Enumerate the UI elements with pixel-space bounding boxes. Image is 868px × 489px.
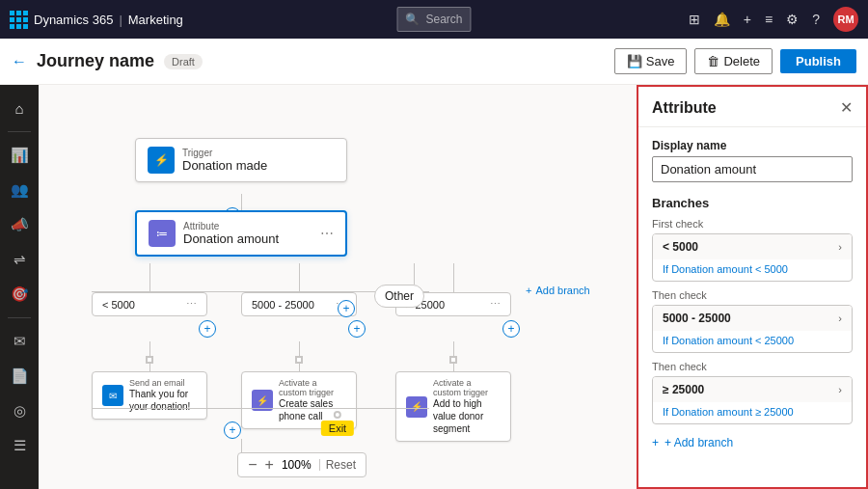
display-name-label: Display name bbox=[652, 139, 853, 152]
panel-close-button[interactable]: ✕ bbox=[840, 98, 853, 117]
first-check-label: First check bbox=[652, 218, 853, 230]
branch-item-1[interactable]: < 5000 › If Donation amount < 5000 bbox=[652, 233, 853, 282]
exit-badge: Exit bbox=[321, 421, 354, 436]
status-badge: Draft bbox=[164, 54, 203, 69]
branch-item-3[interactable]: ≥ 25000 › If Donation amount ≥ 25000 bbox=[652, 376, 853, 424]
sidebar-item-marketing[interactable]: 📣 bbox=[4, 209, 35, 240]
delete-button[interactable]: 🗑 Delete bbox=[694, 48, 773, 74]
branch-v-2c bbox=[299, 364, 300, 371]
branch-item-2[interactable]: 5000 - 25000 › If Donation amount < 2500… bbox=[652, 305, 853, 353]
display-name-input[interactable] bbox=[652, 156, 853, 182]
sidebar-item-target[interactable]: 🎯 bbox=[4, 279, 35, 310]
main-layout: ⌂ 📊 👥 📣 ⇌ 🎯 ✉ 📄 ◎ ☰ ⚡ Trigger Donation m… bbox=[0, 85, 868, 489]
branch-more-3[interactable]: ⋯ bbox=[490, 298, 501, 311]
settings-icon[interactable]: ⚙ bbox=[786, 12, 799, 27]
exit-circle bbox=[334, 411, 341, 419]
publish-button[interactable]: Publish bbox=[780, 49, 856, 73]
save-icon: 💾 bbox=[627, 54, 642, 68]
brand-grid-icon bbox=[10, 11, 28, 29]
sidebar-item-analytics[interactable]: 📊 bbox=[4, 140, 35, 171]
add-step-2[interactable]: + bbox=[199, 320, 216, 338]
branch-circle-1 bbox=[146, 356, 153, 364]
action-node-1[interactable]: ✉ Send an email Thank you for your donat… bbox=[92, 371, 207, 420]
branch-item-2-header[interactable]: 5000 - 25000 › bbox=[653, 306, 852, 331]
panel-title: Attribute bbox=[652, 99, 717, 117]
sidebar-item-flow[interactable]: ⇌ bbox=[4, 244, 35, 275]
branch-item-3-header[interactable]: ≥ 25000 › bbox=[653, 377, 852, 402]
search-bar[interactable]: 🔍 Search bbox=[396, 7, 471, 32]
sidebar-divider-1 bbox=[8, 131, 31, 132]
add-branch-plus-icon: + bbox=[526, 285, 531, 296]
exit-node: Exit bbox=[321, 411, 354, 436]
attribute-panel: Attribute ✕ Display name Branches First … bbox=[637, 85, 868, 489]
branch-label-1: < 5000 bbox=[102, 299, 135, 311]
reset-button[interactable]: Reset bbox=[319, 459, 356, 471]
merge-h-line bbox=[92, 408, 429, 409]
add-step-3[interactable]: + bbox=[348, 320, 366, 338]
branches-section: Branches First check < 5000 › If Donatio… bbox=[652, 196, 853, 453]
branch-v-2 bbox=[299, 263, 300, 292]
branch-v-2b bbox=[299, 341, 300, 356]
merge-v-line bbox=[241, 408, 242, 427]
branch-col-1: < 5000 ⋯ + ✉ Send an email Thank you for… bbox=[92, 263, 207, 420]
attribute-label: Attribute bbox=[183, 221, 312, 231]
save-button[interactable]: 💾 Save bbox=[614, 48, 688, 74]
branch-3-chevron: › bbox=[838, 384, 842, 395]
branch-box-1[interactable]: < 5000 ⋯ bbox=[92, 292, 207, 316]
filter-icon[interactable]: ≡ bbox=[765, 12, 773, 27]
branch-1-title: < 5000 bbox=[663, 240, 698, 254]
brand-name: Dynamics 365 bbox=[34, 13, 113, 27]
bell-icon[interactable]: 🔔 bbox=[714, 12, 730, 27]
action-label-1: Send an email bbox=[129, 378, 197, 388]
sidebar-item-home[interactable]: ⌂ bbox=[4, 93, 35, 123]
other-v-line bbox=[414, 263, 415, 285]
branch-item-1-header[interactable]: < 5000 › bbox=[653, 234, 852, 259]
sidebar-item-lists[interactable]: ☰ bbox=[4, 430, 35, 461]
then-check-label-1: Then check bbox=[652, 289, 853, 301]
journey-canvas[interactable]: ⚡ Trigger Donation made + ≔ Attribute Do… bbox=[39, 85, 637, 489]
attribute-name: Donation amount bbox=[183, 231, 312, 246]
trigger-label: Trigger bbox=[182, 148, 267, 158]
left-sidebar: ⌂ 📊 👥 📣 ⇌ 🎯 ✉ 📄 ◎ ☰ bbox=[0, 85, 39, 489]
trigger-node[interactable]: ⚡ Trigger Donation made bbox=[135, 138, 347, 182]
add-step-4[interactable]: + bbox=[502, 320, 520, 338]
sidebar-item-segments[interactable]: ◎ bbox=[4, 395, 35, 426]
zoom-in-button[interactable]: + bbox=[265, 457, 274, 473]
brand-module: Marketing bbox=[128, 13, 183, 27]
attribute-node[interactable]: ≔ Attribute Donation amount ⋯ bbox=[135, 210, 347, 257]
second-bar: ← Journey name Draft 💾 Save 🗑 Delete Pub… bbox=[0, 39, 868, 85]
branches-title: Branches bbox=[652, 196, 853, 210]
branch-label-2: 5000 - 25000 bbox=[252, 299, 314, 311]
trigger-name: Donation made bbox=[182, 158, 267, 173]
zoom-out-button[interactable]: − bbox=[248, 457, 257, 473]
branch-more-1[interactable]: ⋯ bbox=[186, 298, 197, 311]
branch-col-2: 5000 - 25000 ⋯ + ⚡ Activate a custom tri… bbox=[241, 263, 357, 429]
avatar[interactable]: RM bbox=[833, 7, 858, 32]
add-step-other[interactable]: + bbox=[338, 300, 355, 317]
sidebar-item-email[interactable]: ✉ bbox=[4, 326, 35, 357]
branch-1-sub: If Donation amount < 5000 bbox=[653, 259, 852, 281]
action-title-3: Add to high value donor segment bbox=[433, 397, 501, 435]
add-step-merge[interactable]: + bbox=[224, 421, 241, 439]
back-button[interactable]: ← bbox=[12, 53, 27, 70]
action-label-2: Activate a custom trigger bbox=[279, 378, 346, 397]
attribute-more-button[interactable]: ⋯ bbox=[320, 226, 334, 241]
branch-3-title: ≥ 25000 bbox=[663, 383, 704, 396]
plus-icon[interactable]: + bbox=[744, 12, 751, 27]
panel-header: Attribute ✕ bbox=[638, 87, 866, 127]
sidebar-item-people[interactable]: 👥 bbox=[4, 175, 35, 205]
add-branch-panel-button[interactable]: + + Add branch bbox=[652, 432, 733, 453]
other-branch-node[interactable]: Other bbox=[374, 285, 424, 308]
branch-2-title: 5000 - 25000 bbox=[663, 312, 731, 325]
then-check-label-2: Then check bbox=[652, 361, 853, 372]
action-node-3[interactable]: ⚡ Activate a custom trigger Add to high … bbox=[395, 371, 511, 442]
zoom-controls: − + 100% Reset bbox=[237, 452, 366, 477]
help-icon[interactable]: ? bbox=[812, 12, 820, 27]
sidebar-item-pages[interactable]: 📄 bbox=[4, 361, 35, 392]
connection-icon[interactable]: ⊞ bbox=[689, 12, 700, 27]
sidebar-divider-2 bbox=[8, 317, 31, 318]
search-placeholder: Search bbox=[425, 13, 462, 26]
attribute-icon: ≔ bbox=[149, 220, 176, 247]
add-branch-canvas-button[interactable]: + Add branch bbox=[526, 285, 590, 296]
panel-body: Display name Branches First check < 5000… bbox=[638, 127, 866, 465]
